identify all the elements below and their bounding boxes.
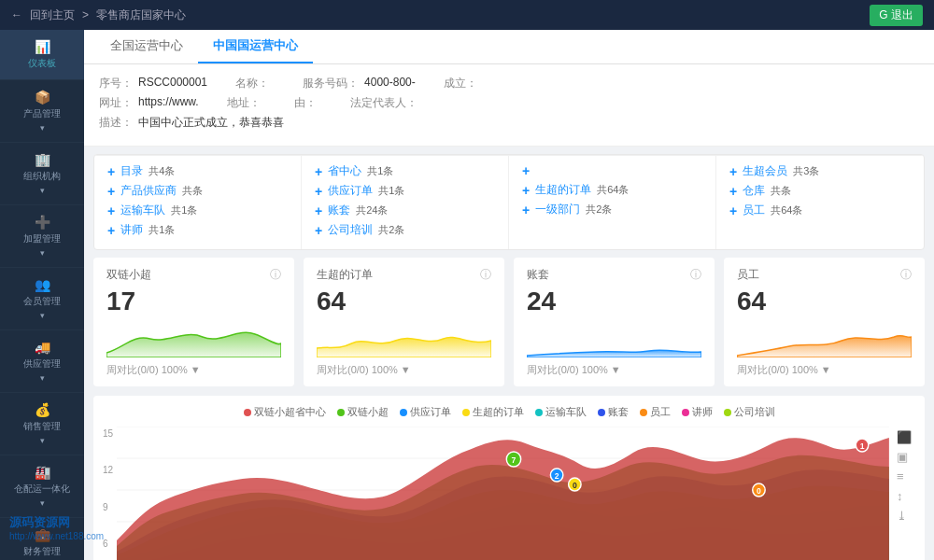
sales-icon: 💰	[35, 402, 50, 417]
legend-item: 生超的订单	[462, 405, 524, 419]
chart-icon-5[interactable]: ⤓	[897, 509, 915, 523]
legend-item: 供应订单	[400, 405, 451, 419]
card-item: + 生超的订单 共64条	[522, 182, 702, 198]
main-layout: 📊 仪表板 📦 产品管理 ▾ 🏢 组织机构 ▾ ➕ 加盟管理 ▾ 👥 会员管理 …	[0, 30, 934, 560]
svg-text:7: 7	[512, 455, 517, 465]
card-item: + 账套 共24条	[315, 203, 495, 218]
tab-bar: 全国运营中心 中国国运营中心	[84, 30, 934, 64]
svg-text:0: 0	[573, 481, 577, 490]
members-icon: 👥	[35, 277, 50, 292]
card-item: + 讲师 共1条	[107, 222, 288, 238]
legend-item: 双链小超	[337, 405, 389, 419]
exit-button[interactable]: G 退出	[870, 5, 923, 26]
legend-item: 双链小超省中心	[244, 405, 326, 419]
card-item: + 仓库 共条	[729, 183, 911, 199]
dashboard-icon: 📊	[35, 39, 50, 54]
svg-chart-container: 7 2 0 0 1 2019/01/01	[117, 427, 889, 560]
top-bar: ← 回到主页 > 零售商店国家中心 G 退出	[0, 0, 934, 30]
legend-item: 员工	[640, 405, 671, 419]
sidebar: 📊 仪表板 📦 产品管理 ▾ 🏢 组织机构 ▾ ➕ 加盟管理 ▾ 👥 会员管理 …	[0, 30, 84, 560]
chart-icon-2[interactable]: ▣	[897, 450, 915, 464]
warehouse-icon: 🏭	[35, 465, 50, 480]
info-website: 网址： https://www.	[99, 95, 199, 111]
card-item: + 运输车队 共1条	[107, 203, 288, 218]
card-item: + 产品供应商 共条	[107, 183, 288, 199]
card-item: + 一级部门 共2条	[522, 202, 702, 217]
page-title: 零售商店国家中心	[96, 7, 186, 23]
card-item: + 公司培训 共2条	[315, 222, 495, 238]
back-label[interactable]: 回到主页	[30, 7, 75, 23]
chart-legend: 双链小超省中心 双链小超 供应订单 生超的订单 运输车队	[103, 405, 915, 419]
info-serial: 序号： RSCC000001	[99, 76, 207, 91]
y-axis: 15 12 9 6 3	[103, 427, 117, 560]
stat-card-accounts: 账套 ⓘ 24 周对比(0/0) 100%	[514, 258, 715, 386]
products-icon: 📦	[35, 90, 50, 105]
legend-item: 运输车队	[535, 405, 587, 419]
card-col-3: + + 生超的订单 共64条 + 一级部门 共2条	[509, 156, 716, 249]
tab-china[interactable]: 中国国运营中心	[198, 30, 313, 63]
card-col-1: + 目录 共4条 + 产品供应商 共条 + 运输车队 共1条	[94, 156, 302, 249]
tab-national[interactable]: 全国运营中心	[95, 30, 198, 63]
svg-text:1: 1	[860, 441, 865, 451]
chart-icon-panel: ⬛ ▣ ≡ ↕ ⤓	[897, 427, 915, 560]
finance-icon: 💼	[35, 527, 50, 542]
chart-with-icons: 15 12 9 6 3	[103, 427, 915, 560]
legend-item: 账套	[598, 405, 629, 419]
svg-text:0: 0	[757, 486, 761, 496]
chart-section: 双链小超省中心 双链小超 供应订单 生超的订单 运输车队	[93, 396, 925, 560]
chart-area: 15 12 9 6 3	[103, 427, 889, 560]
sidebar-item-sales[interactable]: 💰 销售管理 ▾	[0, 393, 84, 455]
sidebar-item-org[interactable]: 🏢 组织机构 ▾	[0, 143, 84, 205]
separator: >	[82, 8, 89, 21]
sidebar-item-members[interactable]: 👥 会员管理 ▾	[0, 268, 84, 330]
card-col-2: + 省中心 共1条 + 供应订单 共1条 + 账套 共24条	[302, 156, 509, 249]
card-item: + 员工 共64条	[729, 203, 911, 218]
svg-text:2: 2	[555, 471, 559, 481]
card-item: + 省中心 共1条	[315, 163, 495, 179]
supply-icon: 🚚	[35, 340, 50, 355]
stat-card-orders: 生超的订单 ⓘ 64 周对比(0/0) 10	[304, 258, 504, 386]
stat-card-employees: 员工 ⓘ 64 周对比(0/0) 100%	[724, 258, 925, 386]
info-service: 服务号码： 4000-800-	[303, 76, 416, 91]
card-item: + 供应订单 共1条	[315, 183, 495, 199]
info-by: 由：	[294, 95, 322, 111]
info-legal: 法定代表人：	[350, 95, 423, 111]
info-address: 地址：	[227, 95, 266, 111]
card-item: + 生超会员 共3条	[729, 163, 911, 179]
chart-icon-4[interactable]: ↕	[897, 489, 915, 503]
info-description: 描述： 中国中心正式成立，恭喜恭喜	[99, 115, 284, 131]
sidebar-item-dashboard[interactable]: 📊 仪表板	[0, 30, 84, 80]
stats-row: 双链小超 ⓘ 17 周对比(0/0) 100	[93, 258, 925, 386]
chart-icon-3[interactable]: ≡	[897, 469, 915, 483]
legend-item: 公司培训	[724, 405, 775, 419]
sidebar-item-warehouse[interactable]: 🏭 仓配运一体化 ▾	[0, 455, 84, 518]
sidebar-item-products[interactable]: 📦 产品管理 ▾	[0, 80, 84, 143]
content-area: 全国运营中心 中国国运营中心 序号： RSCC000001 名称： 服务号码： …	[84, 30, 934, 560]
sidebar-item-franchise[interactable]: ➕ 加盟管理 ▾	[0, 205, 84, 268]
org-icon: 🏢	[35, 152, 50, 167]
card-item: +	[522, 163, 702, 178]
sidebar-item-finance[interactable]: 💼 财务管理 ▾	[0, 518, 84, 560]
franchise-icon: ➕	[35, 215, 50, 230]
chart-icon-1[interactable]: ⬛	[897, 430, 915, 444]
card-col-4: + 生超会员 共3条 + 仓库 共条 + 员工 共64条	[716, 156, 924, 249]
info-name: 名称：	[235, 76, 275, 91]
card-item: + 目录 共4条	[107, 163, 288, 179]
info-established: 成立：	[444, 76, 483, 91]
info-section: 序号： RSCC000001 名称： 服务号码： 4000-800- 成立：	[84, 64, 934, 147]
area-chart-svg: 7 2 0 0 1	[117, 427, 889, 560]
back-icon: ←	[11, 8, 22, 21]
legend-item: 讲师	[682, 405, 713, 419]
cards-container: + 目录 共4条 + 产品供应商 共条 + 运输车队 共1条	[93, 154, 925, 250]
sidebar-item-supply[interactable]: 🚚 供应管理 ▾	[0, 330, 84, 393]
stat-card-shuanglian: 双链小超 ⓘ 17 周对比(0/0) 100	[93, 258, 294, 386]
